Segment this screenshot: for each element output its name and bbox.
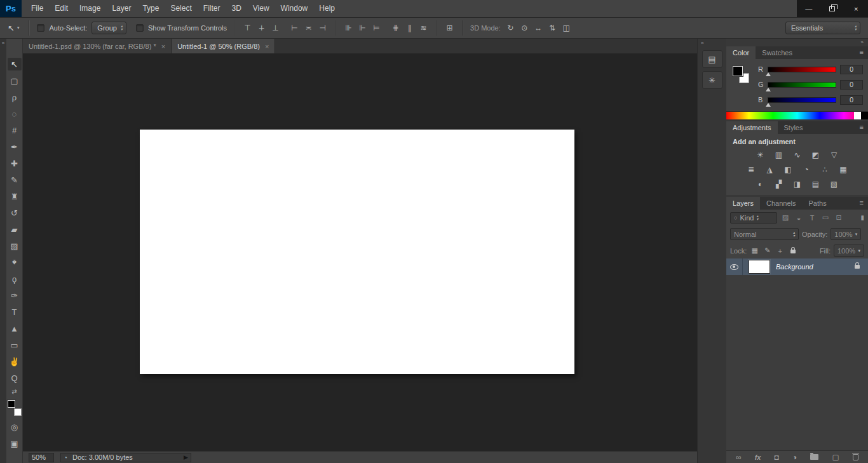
menu-type[interactable]: Type: [137, 0, 165, 17]
3d-scale-icon[interactable]: ◫: [561, 23, 572, 32]
brightness-contrast-icon[interactable]: ☀: [754, 151, 767, 160]
lock-image-pixels-icon[interactable]: ✎: [763, 246, 772, 255]
show-transform-checkbox[interactable]: [136, 24, 144, 32]
filter-toggle-icon[interactable]: ▮: [860, 214, 864, 221]
distribute-left-edges-icon[interactable]: ⋕: [390, 23, 401, 32]
menu-help[interactable]: Help: [313, 0, 341, 17]
curves-icon[interactable]: ∿: [791, 151, 804, 160]
align-top-edges-icon[interactable]: ⊤: [242, 23, 253, 32]
rectangular-marquee-tool[interactable]: ▢: [8, 74, 22, 87]
swap-colors-icon[interactable]: ⇄: [11, 388, 17, 396]
ramp-black-swatch[interactable]: [861, 112, 868, 119]
menu-image[interactable]: Image: [74, 0, 106, 17]
delete-layer-icon[interactable]: [853, 452, 858, 462]
tab-channels[interactable]: Channels: [760, 197, 802, 210]
align-left-edges-icon[interactable]: ⊢: [289, 23, 300, 32]
lasso-tool[interactable]: ρ: [8, 91, 22, 104]
invert-icon[interactable]: ◐: [754, 180, 767, 189]
fill-dropdown[interactable]: 100% ▾: [834, 245, 864, 257]
properties-panel-button[interactable]: ✳: [702, 71, 722, 89]
path-selection-tool[interactable]: ▲: [8, 322, 22, 335]
tab-styles[interactable]: Styles: [778, 121, 810, 134]
quick-selection-tool[interactable]: ◌: [8, 107, 22, 120]
menu-select[interactable]: Select: [165, 0, 197, 17]
clone-stamp-tool[interactable]: ♜: [8, 190, 22, 203]
menu-view[interactable]: View: [247, 0, 275, 17]
brush-tool[interactable]: ✎: [8, 173, 22, 186]
filter-smart-object-icon[interactable]: ⊡: [834, 213, 844, 222]
move-tool[interactable]: ↖: [8, 58, 22, 70]
foreground-color-swatch[interactable]: [8, 400, 15, 408]
distribute-right-edges-icon[interactable]: ≋: [418, 23, 429, 32]
foreground-color-swatch[interactable]: [733, 66, 743, 76]
lock-all-icon[interactable]: [788, 247, 797, 255]
tab-paths[interactable]: Paths: [803, 197, 833, 210]
menu-filter[interactable]: Filter: [198, 0, 226, 17]
ramp-white-swatch[interactable]: [854, 112, 861, 119]
lock-transparent-pixels-icon[interactable]: ▦: [750, 246, 759, 255]
photo-filter-icon[interactable]: ◔: [800, 165, 813, 175]
auto-align-layers-icon[interactable]: ⊞: [444, 23, 455, 32]
screen-mode-button[interactable]: ▣: [8, 437, 22, 450]
new-adjustment-layer-icon[interactable]: ◑: [792, 453, 797, 461]
align-vertical-centers-icon[interactable]: ∔: [256, 23, 267, 32]
slider-thumb[interactable]: [766, 103, 771, 107]
tab-color[interactable]: Color: [726, 46, 756, 59]
history-brush-tool[interactable]: ↺: [8, 206, 22, 219]
slider-thumb[interactable]: [766, 72, 771, 76]
workspace-switcher[interactable]: Essentials ▴ ▾: [785, 22, 860, 34]
panel-menu-icon[interactable]: ≡: [855, 121, 868, 134]
foreground-background-colors[interactable]: [7, 399, 22, 417]
pen-tool[interactable]: ✑: [8, 289, 22, 302]
foreground-background-swatch[interactable]: [731, 64, 756, 105]
new-layer-icon[interactable]: ▢: [832, 453, 839, 461]
rectangle-shape-tool[interactable]: ▭: [8, 339, 22, 351]
background-color-swatch[interactable]: [14, 408, 22, 416]
menu-layer[interactable]: Layer: [106, 0, 137, 17]
slider-thumb[interactable]: [766, 88, 771, 91]
channel-mixer-icon[interactable]: ∴: [818, 165, 831, 175]
document-canvas[interactable]: [140, 130, 574, 374]
history-panel-button[interactable]: ▤: [702, 50, 722, 68]
eyedropper-tool[interactable]: ✒: [8, 140, 22, 153]
color-balance-icon[interactable]: ◮: [763, 165, 776, 175]
layer-style-icon[interactable]: fx: [755, 453, 761, 461]
filter-shape-layers-icon[interactable]: ▭: [820, 213, 831, 222]
minimize-button[interactable]: —: [797, 0, 820, 17]
menu-3d[interactable]: 3D: [226, 0, 247, 17]
threshold-icon[interactable]: ◨: [791, 180, 804, 189]
green-slider[interactable]: [768, 82, 836, 88]
layer-row-background[interactable]: Background: [726, 258, 868, 275]
quick-mask-button[interactable]: ◎: [8, 420, 22, 433]
tab-swatches[interactable]: Swatches: [756, 46, 799, 59]
document-tab-1[interactable]: Untitled-1.psd @ 130% (far car, RGB/8) *…: [23, 39, 172, 53]
status-flyout-arrow[interactable]: ▶: [184, 454, 188, 460]
eraser-tool[interactable]: ▰: [8, 223, 22, 236]
3d-drag-icon[interactable]: ↔: [533, 23, 544, 32]
selective-color-icon[interactable]: ▧: [828, 180, 841, 189]
3d-rotate-icon[interactable]: ↻: [505, 23, 516, 32]
restore-button[interactable]: [820, 0, 844, 17]
dodge-tool[interactable]: ϙ: [8, 272, 22, 285]
blur-tool[interactable]: ♠: [8, 256, 22, 269]
red-slider[interactable]: [768, 67, 836, 72]
gradient-tool[interactable]: ▨: [8, 239, 22, 252]
panel-menu-icon[interactable]: ≡: [855, 197, 868, 210]
new-group-icon[interactable]: [810, 453, 818, 461]
tab-adjustments[interactable]: Adjustments: [726, 121, 778, 134]
crop-tool[interactable]: #: [8, 124, 22, 137]
posterize-icon[interactable]: ▞: [773, 180, 785, 189]
blend-mode-dropdown[interactable]: Normal ▴ ▾: [730, 228, 799, 240]
lock-position-icon[interactable]: +: [775, 247, 785, 255]
link-layers-icon[interactable]: ∞: [736, 453, 742, 461]
close-tab-icon[interactable]: ×: [161, 43, 165, 50]
3d-slide-icon[interactable]: ⇅: [547, 23, 558, 32]
blue-slider[interactable]: [768, 97, 836, 103]
distribute-bottom-edges-icon[interactable]: ⊨: [371, 23, 382, 32]
zoom-tool[interactable]: Q: [8, 372, 22, 384]
3d-roll-icon[interactable]: ⊙: [519, 23, 530, 32]
blue-value-field[interactable]: 0: [840, 95, 863, 105]
gradient-map-icon[interactable]: ▤: [810, 180, 822, 189]
levels-icon[interactable]: ▥: [773, 151, 785, 160]
exposure-icon[interactable]: ◩: [810, 151, 822, 160]
